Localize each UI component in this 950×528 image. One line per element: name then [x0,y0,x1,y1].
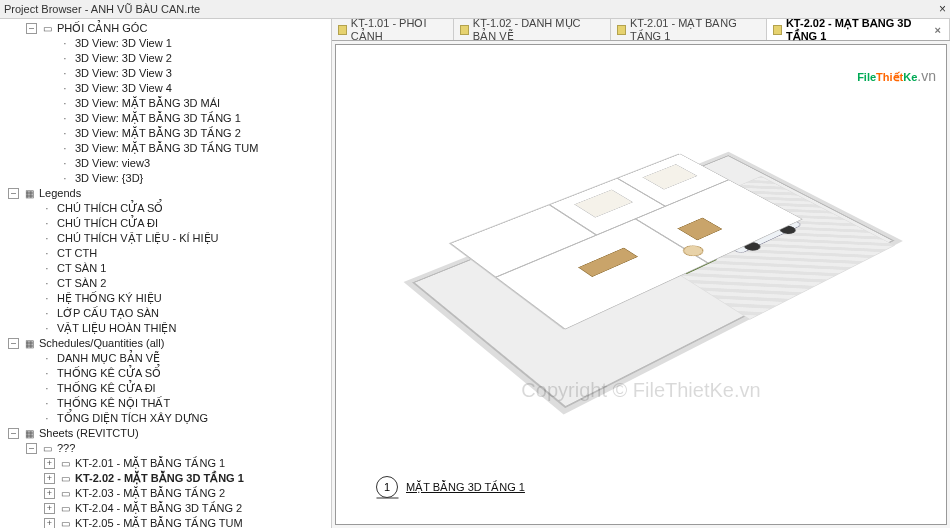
tree-item[interactable]: –▦Legends [0,186,331,201]
tree-item-label: 3D View: view3 [75,156,150,171]
view-tab[interactable]: KT-1.02 - DANH MỤC BẢN VẼ [454,19,611,40]
view-tab[interactable]: KT-2.01 - MẶT BẰNG TẦNG 1 [611,19,767,40]
tree-item[interactable]: ·3D View: MẶT BẰNG 3D TẦNG TUM [0,141,331,156]
expand-icon[interactable]: + [44,473,55,484]
spacer [26,233,37,244]
spacer [44,173,55,184]
view-tab[interactable]: KT-1.01 - PHỐI CẢNH [332,19,454,40]
view-icon: · [41,233,53,245]
tree-item[interactable]: ·CHÚ THÍCH CỬA ĐI [0,216,331,231]
tree-item[interactable]: ·3D View: MẶT BẰNG 3D TẦNG 1 [0,111,331,126]
view-icon: · [41,218,53,230]
tree-item-label: 3D View: 3D View 4 [75,81,172,96]
tree-item-label: 3D View: MẶT BẰNG 3D TẦNG TUM [75,141,258,156]
cat-icon: ▦ [23,338,35,350]
sheet-icon [338,25,347,35]
view-tabs: KT-1.01 - PHỐI CẢNHKT-1.02 - DANH MỤC BẢ… [332,19,950,41]
tree-item-label: CT SÀN 2 [57,276,106,291]
tree-item[interactable]: ·3D View: 3D View 3 [0,66,331,81]
tree-item-label: ??? [57,441,75,456]
tree-item-label: 3D View: 3D View 2 [75,51,172,66]
spacer [26,293,37,304]
viewport[interactable]: FileThiếtKe.vn Copyright © FileThietKe.v… [335,44,947,525]
tree-item[interactable]: ·3D View: 3D View 2 [0,51,331,66]
sheet-icon [617,25,626,35]
tree-item-label: CT SÀN 1 [57,261,106,276]
expand-icon[interactable]: + [44,488,55,499]
collapse-icon[interactable]: – [8,428,19,439]
expand-icon[interactable]: + [44,458,55,469]
view-icon: · [41,323,53,335]
spacer [26,368,37,379]
tree-item[interactable]: ·THỐNG KÊ CỬA SỔ [0,366,331,381]
tree-item[interactable]: –▭??? [0,441,331,456]
tree-item[interactable]: ·3D View: {3D} [0,171,331,186]
spacer [44,98,55,109]
tab-label: KT-2.02 - MẶT BẰNG 3D TẦNG 1 [786,19,929,43]
sheet-icon: ▭ [59,518,71,529]
tree-item[interactable]: ·HỆ THỐNG KÝ HIỆU [0,291,331,306]
tree-item[interactable]: –▦Schedules/Quantities (all) [0,336,331,351]
collapse-icon[interactable]: – [26,443,37,454]
tree-item[interactable]: ·3D View: view3 [0,156,331,171]
tree-item-label: VẬT LIỆU HOÀN THIỆN [57,321,176,336]
tree-item[interactable]: ·3D View: 3D View 1 [0,36,331,51]
tree-item[interactable]: –▭PHỐI CẢNH GÓC [0,21,331,36]
tree-item-label: TỔNG DIỆN TÍCH XÂY DỰNG [57,411,208,426]
tree-item-label: 3D View: MẶT BẰNG 3D TẦNG 1 [75,111,241,126]
tree-item[interactable]: ·CT CTH [0,246,331,261]
tree-item[interactable]: ·CT SÀN 1 [0,261,331,276]
view-icon: · [41,203,53,215]
tree-item[interactable]: ·CT SÀN 2 [0,276,331,291]
tree-item-label: CT CTH [57,246,97,261]
tree-item[interactable]: ·3D View: MẶT BẰNG 3D MÁI [0,96,331,111]
tree-item[interactable]: +▭KT-2.02 - MẶT BẰNG 3D TẦNG 1 [0,471,331,486]
tree-item[interactable]: ·THỐNG KÊ NỘI THẤT [0,396,331,411]
tab-close-icon[interactable]: × [935,24,941,36]
tree-item-label: KT-2.03 - MẶT BẰNG TẦNG 2 [75,486,225,501]
spacer [26,308,37,319]
view-icon: · [41,263,53,275]
panel-title: Project Browser - ANH VŨ BÀU CAN.rte [4,3,200,15]
tree-item[interactable]: +▭KT-2.03 - MẶT BẰNG TẦNG 2 [0,486,331,501]
spacer [44,113,55,124]
view-icon: · [41,278,53,290]
project-browser-tree[interactable]: –▭PHỐI CẢNH GÓC·3D View: 3D View 1·3D Vi… [0,19,332,528]
tree-item[interactable]: –▦Sheets (REVITCTU) [0,426,331,441]
expand-icon[interactable]: + [44,503,55,514]
tree-item[interactable]: ·THỐNG KÊ CỬA ĐI [0,381,331,396]
panel-close-icon[interactable]: × [939,2,946,16]
collapse-icon[interactable]: – [26,23,37,34]
spacer [26,398,37,409]
tree-item-label: THỐNG KÊ NỘI THẤT [57,396,170,411]
tree-item-label: HỆ THỐNG KÝ HIỆU [57,291,162,306]
spacer [44,128,55,139]
view-icon: · [41,368,53,380]
3d-model [408,106,898,406]
view-tab[interactable]: KT-2.02 - MẶT BẰNG 3D TẦNG 1× [767,19,950,40]
tree-item-label: KT-2.04 - MẶT BẰNG 3D TẦNG 2 [75,501,242,516]
tree-item[interactable]: +▭KT-2.05 - MẶT BẰNG TẦNG TUM [0,516,331,528]
expand-icon[interactable]: + [44,518,55,528]
collapse-icon[interactable]: – [8,338,19,349]
spacer [26,278,37,289]
tree-item[interactable]: ·CHÚ THÍCH CỬA SỔ [0,201,331,216]
cat-icon: ▦ [23,188,35,200]
tree-item[interactable]: ·TỔNG DIỆN TÍCH XÂY DỰNG [0,411,331,426]
tree-item[interactable]: ·3D View: MẶT BẰNG 3D TẦNG 2 [0,126,331,141]
tree-item[interactable]: +▭KT-2.01 - MẶT BẰNG TẦNG 1 [0,456,331,471]
sheet-icon: ▭ [59,473,71,485]
tree-item-label: 3D View: MẶT BẰNG 3D MÁI [75,96,220,111]
tree-item[interactable]: ·LỚP CẤU TẠO SÀN [0,306,331,321]
sheet-icon: ▭ [59,503,71,515]
collapse-icon[interactable]: – [8,188,19,199]
tab-label: KT-1.02 - DANH MỤC BẢN VẼ [473,19,602,43]
spacer [44,68,55,79]
tree-item[interactable]: ·CHÚ THÍCH VẬT LIỆU - KÍ HIỆU [0,231,331,246]
tree-item[interactable]: ·DANH MỤC BẢN VẼ [0,351,331,366]
spacer [26,203,37,214]
tree-item[interactable]: +▭KT-2.04 - MẶT BẰNG 3D TẦNG 2 [0,501,331,516]
tree-item[interactable]: ·3D View: 3D View 4 [0,81,331,96]
tree-item[interactable]: ·VẬT LIỆU HOÀN THIỆN [0,321,331,336]
tab-label: KT-2.01 - MẶT BẰNG TẦNG 1 [630,19,758,43]
